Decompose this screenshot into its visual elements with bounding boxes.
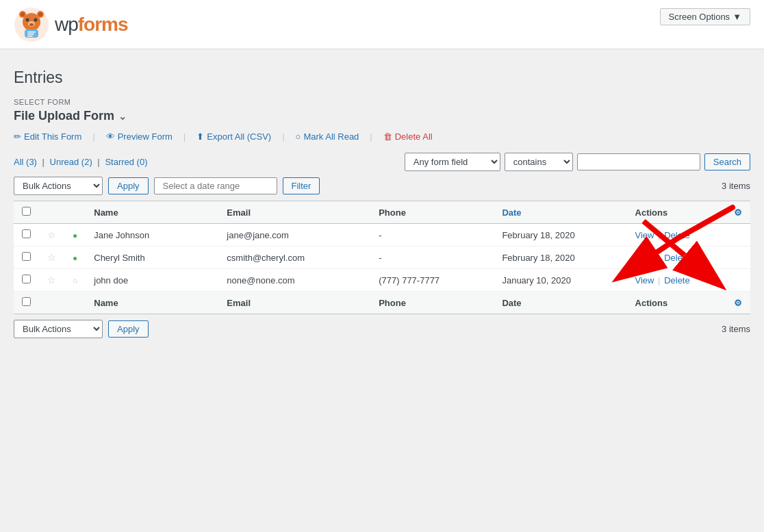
row1-gear-cell	[726, 224, 750, 246]
selected-form-name: File Upload Form	[14, 109, 114, 123]
table-row: ☆ ● Jane Johnson jane@jane.com - Februar…	[14, 224, 750, 246]
filter-top-bar: All (3) | Unread (2) | Starred (0) Any f…	[14, 153, 750, 171]
row2-view-link[interactable]: View	[635, 253, 654, 263]
header-gear-col[interactable]: ⚙	[726, 201, 750, 224]
condition-select[interactable]: contains is is not starts with ends with	[505, 153, 573, 171]
table-row: ☆ ○ john doe none@none.com (777) 777-777…	[14, 269, 750, 292]
filter-button[interactable]: Filter	[283, 177, 320, 194]
unread-entries-link[interactable]: Unread (2)	[50, 157, 92, 167]
select-all-checkbox[interactable]	[22, 207, 31, 216]
search-button-label: Search	[713, 157, 741, 167]
sep3: |	[282, 131, 284, 142]
all-entries-link[interactable]: All (3)	[14, 157, 37, 167]
row3-view-link[interactable]: View	[635, 275, 654, 286]
sep1: |	[92, 131, 94, 142]
svg-point-5	[38, 12, 42, 16]
edit-form-link[interactable]: ✏ Edit This Form	[14, 131, 81, 142]
footer-select-all-checkbox[interactable]	[22, 297, 31, 306]
bulk-actions-select-bottom[interactable]: Bulk Actions Delete	[14, 320, 103, 338]
row1-name-cell: Jane Johnson	[86, 224, 218, 246]
row1-view-link[interactable]: View	[635, 230, 654, 240]
main-content: Entries SELECT FORM File Upload Form ⌄ ✏…	[0, 49, 764, 352]
select-form-label: SELECT FORM	[14, 98, 750, 106]
footer-gear-col[interactable]: ⚙	[726, 292, 750, 314]
row3-read-icon[interactable]: ○	[73, 276, 77, 286]
mark-all-read-link[interactable]: ○ Mark All Read	[296, 131, 359, 142]
table-row: ☆ ● Cheryl Smith csmith@cheryl.com - Feb…	[14, 246, 750, 269]
date-range-input[interactable]	[154, 177, 277, 194]
bulk-actions-bar-top: Bulk Actions Delete Apply Filter 3 items	[14, 177, 750, 195]
starred-entries-link[interactable]: Starred (0)	[105, 157, 147, 167]
row3-name-cell: john doe	[86, 269, 218, 292]
svg-rect-13	[27, 36, 33, 37]
row3-delete-link[interactable]: Delete	[664, 275, 690, 286]
row1-star-icon[interactable]: ☆	[47, 229, 56, 240]
row2-actions-cell: View | Delete	[627, 246, 726, 269]
footer-name-col: Name	[86, 292, 218, 314]
row1-actions-cell: View | Delete	[627, 224, 726, 246]
header-name-col: Name	[86, 201, 218, 224]
row2-delete-link[interactable]: Delete	[664, 253, 690, 263]
table-header-row: Name Email Phone Date Actions ⚙	[14, 201, 750, 224]
header-actions-col: Actions	[627, 201, 726, 224]
apply-button-top[interactable]: Apply	[108, 177, 149, 194]
search-bar: Any form field Name Email Phone Date con…	[405, 153, 750, 171]
bulk-actions-select-top[interactable]: Bulk Actions Delete	[14, 177, 103, 195]
filter-button-label: Filter	[292, 181, 311, 191]
preview-form-link[interactable]: 👁 Preview Form	[106, 131, 173, 142]
brand-text: wpforms	[55, 14, 128, 36]
row1-read-icon[interactable]: ●	[73, 231, 77, 240]
svg-point-6	[26, 18, 29, 21]
row2-star-icon[interactable]: ☆	[47, 252, 56, 263]
screen-options-label: Screen Options	[669, 12, 730, 22]
svg-rect-12	[27, 34, 34, 35]
entries-table: Name Email Phone Date Actions ⚙	[14, 201, 750, 314]
screen-options-chevron-icon: ▼	[733, 12, 741, 22]
footer-star-col	[39, 292, 64, 314]
header-date-col: Date	[494, 201, 626, 224]
row3-checkbox[interactable]	[22, 275, 31, 283]
mark-all-read-label: Mark All Read	[303, 131, 359, 142]
footer-phone-col: Phone	[370, 292, 494, 314]
footer-actions-col: Actions	[627, 292, 726, 314]
row3-phone-cell: (777) 777-7777	[370, 269, 494, 292]
form-selector-chevron-icon: ⌄	[118, 111, 127, 122]
row3-star-icon[interactable]: ☆	[47, 275, 56, 286]
svg-point-9	[29, 23, 34, 26]
screen-options-button[interactable]: Screen Options ▼	[660, 8, 750, 25]
row2-phone-cell: -	[370, 246, 494, 269]
row2-name-cell: Cheryl Smith	[86, 246, 218, 269]
edit-form-label: Edit This Form	[24, 131, 81, 142]
row3-email-cell: none@none.com	[218, 269, 370, 292]
gear-icon-footer[interactable]: ⚙	[734, 298, 742, 308]
footer-email-col: Email	[218, 292, 370, 314]
row2-checkbox[interactable]	[22, 252, 31, 261]
row3-gear-cell	[726, 269, 750, 292]
row1-read-cell: ●	[64, 224, 86, 246]
sep4: |	[370, 131, 372, 142]
row1-delete-link[interactable]: Delete	[664, 230, 690, 240]
row3-date-cell: January 10, 2020	[494, 269, 626, 292]
page-title: Entries	[14, 68, 750, 87]
gear-icon-header[interactable]: ⚙	[734, 207, 742, 218]
svg-rect-11	[27, 31, 36, 33]
search-input[interactable]	[577, 153, 700, 170]
form-selector-button[interactable]: File Upload Form ⌄	[14, 109, 127, 123]
apply-label-bottom: Apply	[117, 324, 140, 334]
search-button[interactable]: Search	[704, 153, 750, 170]
header-phone-col: Phone	[370, 201, 494, 224]
delete-all-icon: 🗑	[383, 131, 392, 142]
row2-date-cell: February 18, 2020	[494, 246, 626, 269]
wpforms-bear-icon	[14, 7, 49, 42]
row2-read-icon[interactable]: ●	[73, 253, 77, 263]
delete-all-link[interactable]: 🗑 Delete All	[383, 131, 433, 142]
header-checkbox-col	[14, 201, 39, 224]
row1-checkbox[interactable]	[22, 229, 31, 238]
entries-table-wrapper: Name Email Phone Date Actions ⚙	[14, 201, 750, 314]
row1-phone-cell: -	[370, 224, 494, 246]
export-csv-link[interactable]: ⬆ Export All (CSV)	[196, 131, 271, 142]
apply-button-bottom[interactable]: Apply	[108, 320, 149, 338]
footer-checkbox-col	[14, 292, 39, 314]
form-field-select[interactable]: Any form field Name Email Phone Date	[405, 153, 500, 171]
table-footer-row: Name Email Phone Date Actions ⚙	[14, 292, 750, 314]
